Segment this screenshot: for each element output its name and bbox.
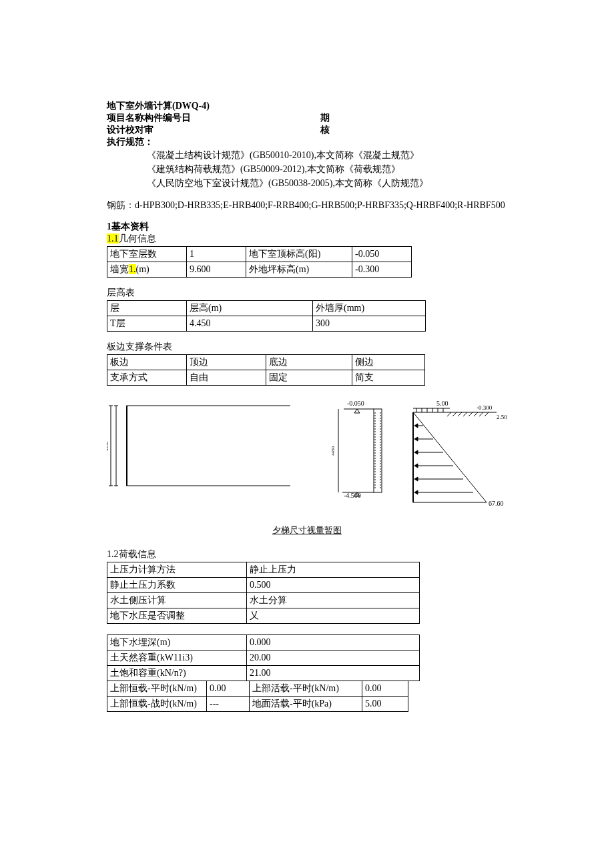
cell-value: -0.050 [352, 247, 412, 262]
svg-line-30 [469, 412, 473, 416]
table-row: 层 层高(m) 外墙厚(mm) [107, 301, 426, 316]
svg-line-31 [474, 412, 478, 416]
cell-header: 顶边 [187, 355, 266, 370]
sec-1-1-text: 几何信息 [119, 234, 156, 244]
cell-label: 上部活载-平时(kN/m) [250, 681, 362, 697]
table-row: 板边 顶边 底边 侧边 [107, 355, 425, 370]
svg-marker-40 [414, 437, 418, 441]
cell-value: 5.00 [362, 697, 408, 712]
cell-value: 固定 [266, 370, 352, 386]
table-water-soil: 地下水埋深(m) 0.000 土天然容重(kW11i3) 20.00 土饱和容重… [107, 634, 420, 681]
cell-header: 层高(m) [187, 301, 313, 316]
cell-value: 自由 [187, 370, 266, 386]
table-row: 上压力计算方法 静止上压力 [107, 562, 420, 578]
table-row: 土饱和容重(kN/n?) 21.00 [107, 666, 420, 681]
document-page: 地下室外墙计算(DWQ-4) 项目名称构件编号日 期 设计校对审 核 执行规范：… [0, 0, 614, 752]
cell-label: 上部恒载-战时(kN/m) [107, 697, 207, 712]
table-load-method: 上压力计算方法 静止上压力 静止土压力系数 0.500 水土侧压计算 水土分算 … [107, 562, 420, 624]
cell-value: 0.000 [247, 635, 420, 650]
spec-item: 《人民防空地下室设计规范》(GB50038-2005),本文简称《人防规范》 [147, 176, 507, 190]
table-row: 上部恒载-战时(kN/m) --- 地面活载-平时(kPa) 5.00 [107, 697, 408, 712]
svg-marker-48 [414, 490, 418, 494]
rebar-line: 钢筋：d-HPB300;D-HRB335;E-HRB400;F-RRB400;G… [107, 199, 507, 211]
section-1-2-title: 1.2荷载信息 [107, 548, 507, 560]
load-250-text: 2.50 [497, 414, 507, 420]
diagram-elevation: 4450 [107, 399, 290, 499]
cell-header: 板边 [107, 355, 187, 370]
header-row-3: 设计校对审 核 [107, 124, 507, 136]
cell-text: 墙宽 [110, 264, 129, 274]
cell-header: 层 [107, 301, 187, 316]
table-row: 上部恒载-平时(kN/m) 0.00 上部活载-平时(kN/m) 0.00 [107, 681, 408, 697]
svg-marker-38 [414, 424, 418, 428]
cell-label: 上部恒载-平时(kN/m) [107, 681, 207, 697]
table-row: 地下水埋深(m) 0.000 [107, 635, 420, 650]
diagram-load: 5.00 -0.300 2.50 [410, 399, 507, 512]
cell-value: 0.00 [362, 681, 408, 697]
bot-elev-text: -4.500 [344, 492, 361, 499]
cell-label: 外地坪标高(m) [246, 262, 352, 278]
svg-marker-46 [414, 477, 418, 481]
svg-rect-0 [127, 406, 290, 486]
cell-label: 地下室层数 [107, 247, 187, 262]
load-bot-text: 67.60 [489, 500, 504, 507]
dim-h-text: 4450 [330, 446, 336, 456]
svg-line-27 [452, 412, 456, 416]
header-row2-left: 项目名称构件编号日 [107, 112, 320, 124]
cell-value: 简支 [352, 370, 425, 386]
cell-value: 1 [187, 247, 246, 262]
cell-value: 支承方式 [107, 370, 187, 386]
svg-line-29 [463, 412, 467, 416]
dim-v-text: 4450 [107, 442, 109, 452]
cell-value: 0.500 [247, 578, 420, 593]
top-elev-text: -0.050 [347, 400, 364, 407]
cell-label: 土饱和容重(kN/n?) [107, 666, 247, 681]
diagram-section: -0.050 -4.500 4450 [310, 399, 390, 506]
table-support: 板边 顶边 底边 侧边 支承方式 自由 固定 简支 [107, 354, 425, 386]
cell-value: 0.00 [207, 681, 250, 697]
table-row: 土天然容重(kW11i3) 20.00 [107, 650, 420, 666]
cell-value: 静止上压力 [247, 562, 420, 578]
diagram-caption: 夕梯尺寸视量暂图 [107, 524, 507, 536]
cell-text: (m) [136, 264, 149, 274]
cell-label: 水土侧压计算 [107, 593, 247, 608]
hl-width: 1. [129, 264, 136, 274]
table-row: 地下室层数 1 地下室顶标高(阳) -0.050 [107, 247, 412, 262]
cell-label: 墙宽1.(m) [107, 262, 187, 278]
header-row-2: 项目名称构件编号日 期 [107, 112, 507, 124]
cell-label: 地下室顶标高(阳) [246, 247, 352, 262]
cell-label: 静止土压力系数 [107, 578, 247, 593]
cell-value: 20.00 [247, 650, 420, 666]
hl-1-1: 1.1 [107, 234, 119, 244]
table-upper-loads: 上部恒载-平时(kN/m) 0.00 上部活载-平时(kN/m) 0.00 上部… [107, 681, 408, 712]
cell-header: 底边 [266, 355, 352, 370]
cell-label: 上压力计算方法 [107, 562, 247, 578]
cell-value: -0.300 [352, 262, 412, 278]
cell-value: 9.600 [187, 262, 246, 278]
doc-title: 地下室外墙计算(DWQ-4) [107, 100, 507, 112]
cell-value: --- [207, 697, 250, 712]
table-geometry: 地下室层数 1 地下室顶标高(阳) -0.050 墙宽1.(m) 9.600 外… [107, 246, 412, 278]
load-elev-text: -0.300 [477, 404, 493, 411]
table-row: 支承方式 自由 固定 简支 [107, 370, 425, 386]
section-1-1-title: 1.1几何信息 [107, 233, 507, 245]
svg-line-36 [413, 412, 487, 502]
header-row2-right: 期 [320, 112, 330, 124]
cell-value: 4.450 [187, 316, 313, 332]
svg-line-26 [447, 412, 451, 416]
exec-label: 执行规范： [107, 136, 507, 148]
svg-marker-44 [414, 464, 418, 468]
section-1-title: 1基本资料 [107, 221, 507, 233]
cell-value: 乂 [247, 608, 420, 624]
diagram-row: 4450 -0.050 -4.500 4450 5.00 [107, 399, 507, 512]
cell-label: 土天然容重(kW11i3) [107, 650, 247, 666]
svg-marker-10 [354, 409, 360, 413]
svg-line-32 [479, 412, 483, 416]
table-row: 静止土压力系数 0.500 [107, 578, 420, 593]
cell-label: 地面活载-平时(kPa) [250, 697, 362, 712]
load-top-text: 5.00 [436, 400, 448, 407]
spec-item: 《混凝土结构设计规范》(GB50010-2010),本文简称《混凝土规范》 [147, 148, 507, 162]
cell-header: 侧边 [352, 355, 425, 370]
header-row3-right: 核 [320, 124, 330, 136]
cell-value: T层 [107, 316, 187, 332]
